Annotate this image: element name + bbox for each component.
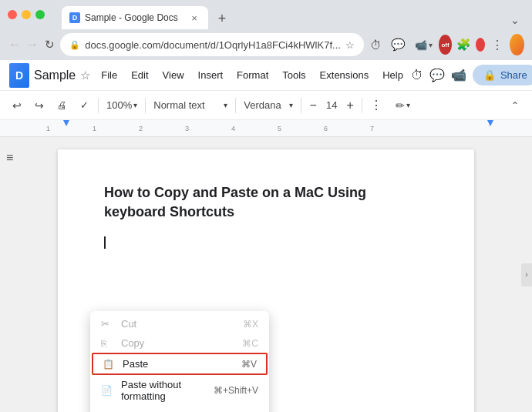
traffic-light-yellow[interactable] [22, 10, 31, 19]
menu-insert[interactable]: Insert [192, 66, 230, 84]
record-indicator [476, 38, 485, 52]
share-lock-icon: 🔒 [483, 69, 496, 81]
fmt-separator-5 [362, 98, 362, 113]
outline-toggle-icon[interactable]: ≡ [6, 151, 13, 165]
menu-format[interactable]: Format [231, 66, 274, 84]
ctx-copy[interactable]: ⎘ Copy ⌘C [90, 333, 269, 353]
scroll-right-icon: › [525, 270, 527, 279]
more-formatting-btn[interactable]: ⋮ [365, 95, 387, 116]
zoom-value: 100% [106, 99, 132, 111]
font-dropdown[interactable]: Verdana ▾ [239, 96, 298, 114]
fmt-separator-2 [145, 98, 146, 113]
refresh-btn[interactable]: ↻ [42, 34, 57, 55]
docs-tab-icon: D [69, 12, 80, 23]
right-scroll-arrow[interactable]: › [521, 263, 532, 286]
font-chevron: ▾ [289, 101, 293, 109]
ctx-paste[interactable]: 📋 Paste ⌘V [92, 353, 268, 375]
bookmark-icon[interactable]: ☆ [345, 39, 355, 51]
menu-tools[interactable]: Tools [276, 66, 311, 84]
address-bar[interactable]: 🔒 docs.google.com/document/d/1OqrlyH1a8F… [60, 33, 364, 56]
doc-body[interactable] [104, 236, 428, 251]
docs-logo: D Sample ☆ [9, 63, 90, 88]
paste-label: Paste [123, 358, 234, 370]
menu-extensions[interactable]: Extensions [314, 66, 375, 84]
fmt-separator-4 [301, 98, 301, 113]
docs-wrapper: D Sample ☆ File Edit View Insert Format … [0, 60, 532, 412]
more-options-icon[interactable]: ⋮ [488, 35, 507, 55]
traffic-light-red[interactable] [8, 10, 17, 19]
fmt-separator-3 [235, 98, 236, 113]
ctx-cut[interactable]: ✂ Cut ⌘X [90, 314, 269, 333]
redo-btn[interactable]: ↪ [29, 95, 50, 116]
extensions-puzzle-icon[interactable]: 🧩 [455, 36, 473, 53]
ruler: 1 1 2 3 4 5 6 7 [0, 120, 532, 137]
cut-label: Cut [121, 318, 235, 330]
doc-area: ≡ How to Copy and Paste on a MaC Using k… [0, 137, 532, 412]
paste-icon: 📋 [103, 359, 115, 370]
traffic-light-green[interactable] [35, 10, 45, 19]
browser-tab[interactable]: D Sample - Google Docs × [62, 6, 208, 29]
font-size-minus[interactable]: − [305, 97, 322, 114]
paste-no-format-label: Paste without formatting [121, 379, 206, 402]
ruler-marker-right [487, 120, 493, 126]
docs-title: Sample [34, 69, 76, 82]
tab-list-btn[interactable]: ⌄ [504, 11, 526, 29]
address-bar-row: ← → ↻ 🔒 docs.google.com/document/d/1Oqrl… [0, 29, 532, 60]
share-label: Share [500, 69, 527, 81]
menu-file[interactable]: File [95, 66, 123, 84]
history-icon[interactable]: ⏱ [367, 35, 385, 55]
menu-view[interactable]: View [157, 66, 190, 84]
user-avatar[interactable] [510, 34, 524, 55]
copy-icon: ⎘ [101, 338, 113, 349]
docs-comment-icon[interactable]: 💬 [429, 68, 445, 82]
docs-meet-icon[interactable]: 📹 [451, 68, 466, 82]
edit-pencil-btn[interactable]: ✏▾ [391, 96, 415, 115]
text-cursor [104, 236, 106, 249]
print-btn[interactable]: 🖨 [51, 95, 72, 116]
fmt-separator-1 [98, 98, 99, 113]
format-toolbar: ↩ ↪ 🖨 ✓ 100% ▾ Normal text ▾ Verdana ▾ −… [0, 91, 532, 120]
docs-star-icon[interactable]: ☆ [80, 69, 90, 82]
share-button[interactable]: 🔒 Share [473, 65, 532, 85]
cut-shortcut: ⌘X [243, 319, 258, 330]
menu-edit[interactable]: Edit [125, 66, 154, 84]
comment-icon[interactable]: 💬 [388, 35, 409, 55]
font-size-value[interactable]: 14 [322, 98, 341, 112]
spellcheck-btn[interactable]: ✓ [73, 95, 95, 116]
docs-icon: D [9, 63, 29, 88]
copy-label: Copy [121, 337, 234, 349]
style-chevron: ▾ [224, 101, 227, 109]
doc-heading: How to Copy and Paste on a MaC Using key… [104, 183, 428, 222]
menu-help[interactable]: Help [376, 66, 409, 84]
font-value: Verdana [244, 99, 281, 111]
back-btn[interactable]: ← [8, 34, 22, 55]
ruler-marker-left [63, 120, 69, 126]
zoom-dropdown[interactable]: 100% ▾ [102, 96, 142, 114]
forward-btn[interactable]: → [25, 34, 40, 55]
meet-icon-btn[interactable]: 📹▾ [412, 36, 436, 54]
font-size-plus[interactable]: + [342, 97, 359, 114]
tab-title: Sample - Google Docs [85, 12, 184, 23]
zoom-chevron: ▾ [133, 101, 137, 109]
cut-icon: ✂ [101, 318, 113, 330]
style-value: Normal text [153, 99, 204, 111]
paste-no-format-icon: 📄 [101, 385, 113, 396]
undo-btn[interactable]: ↩ [6, 95, 28, 116]
address-text: docs.google.com/document/d/1OqrlyH1a8FCi… [85, 39, 341, 51]
traffic-lights [8, 10, 45, 19]
new-tab-btn[interactable]: + [211, 8, 233, 29]
context-menu: ✂ Cut ⌘X ⎘ Copy ⌘C 📋 Paste ⌘V [90, 311, 269, 412]
ctx-delete[interactable]: Delete [90, 406, 269, 412]
tab-close-btn[interactable]: × [188, 12, 200, 24]
docs-share-area: ⏱ 💬 📹 🔒 Share [411, 65, 532, 86]
doc-page: How to Copy and Paste on a MaC Using key… [58, 149, 474, 412]
ctx-paste-no-format[interactable]: 📄 Paste without formatting ⌘+Shift+V [90, 375, 269, 406]
collapse-toolbar-btn[interactable]: ⌃ [504, 95, 526, 116]
docs-menu-bar: D Sample ☆ File Edit View Insert Format … [0, 60, 532, 91]
paste-no-format-shortcut: ⌘+Shift+V [214, 385, 258, 396]
ext-off-badge: off [439, 35, 452, 55]
style-dropdown[interactable]: Normal text ▾ [149, 96, 232, 114]
docs-history-icon[interactable]: ⏱ [411, 69, 423, 82]
paste-shortcut: ⌘V [241, 359, 257, 370]
copy-shortcut: ⌘C [242, 338, 258, 349]
